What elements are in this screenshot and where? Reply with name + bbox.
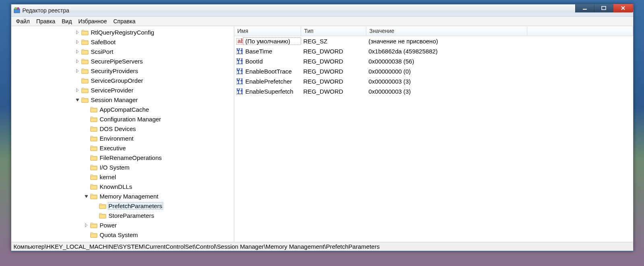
tree-node-label: RtlQueryRegistryConfig — [90, 29, 155, 36]
expander-closed-icon[interactable] — [75, 68, 80, 74]
folder-icon — [81, 29, 89, 35]
tree-node[interactable]: ScsiPort — [11, 47, 234, 56]
value-data: 0x1b6862da (459825882) — [366, 48, 633, 55]
value-name: EnablePrefetcher — [243, 78, 301, 85]
value-type: REG_DWORD — [301, 68, 366, 75]
titlebar[interactable]: Редактор реестра — [11, 4, 633, 16]
value-data: 0x00000003 (3) — [366, 78, 633, 85]
tree-node-label: SecurePipeServers — [90, 58, 144, 65]
list-body: (По умолчанию)REG_SZ(значение не присвое… — [234, 36, 633, 242]
list-row[interactable]: EnablePrefetcherREG_DWORD0x00000003 (3) — [234, 76, 633, 86]
menu-help[interactable]: Справка — [110, 17, 139, 25]
col-header-name[interactable]: Имя — [234, 27, 301, 36]
tree-node-label: Executive — [99, 145, 127, 151]
tree-node[interactable]: Memory Management — [11, 191, 234, 201]
expander-closed-icon[interactable] — [75, 58, 80, 64]
col-header-spare[interactable] — [527, 27, 633, 36]
svg-rect-4 — [602, 6, 606, 10]
value-name: EnableSuperfetch — [243, 88, 301, 95]
list-row[interactable]: (По умолчанию)REG_SZ(значение не присвое… — [234, 36, 633, 46]
folder-icon — [90, 231, 97, 238]
tree-node[interactable]: SecurityProviders — [11, 66, 234, 76]
tree-node[interactable]: ServiceProvider — [11, 85, 234, 95]
menu-view[interactable]: Вид — [58, 17, 75, 25]
tree-node[interactable]: Executive — [11, 143, 234, 153]
col-header-type[interactable]: Тип — [301, 27, 366, 36]
tree-node[interactable]: StoreParameters — [11, 211, 234, 220]
expander-none — [93, 213, 98, 218]
value-data: 0x00000000 (0) — [366, 68, 633, 75]
tree-node[interactable]: SecurePipeServers — [11, 56, 234, 66]
tree-node-label: DOS Devices — [99, 125, 137, 132]
close-button[interactable] — [613, 4, 633, 12]
regedit-icon — [14, 7, 20, 14]
tree-node[interactable]: FileRenameOperations — [11, 153, 234, 162]
menu-edit[interactable]: Правка — [33, 17, 58, 25]
expander-none — [84, 126, 89, 131]
tree-node[interactable]: KnownDLLs — [11, 182, 234, 191]
folder-icon — [81, 58, 89, 64]
tree-node-label: SecurityProviders — [90, 68, 139, 74]
tree-node[interactable]: I/O System — [11, 162, 234, 172]
tree-node[interactable]: AppCompatCache — [11, 104, 234, 114]
list-header: Имя Тип Значение — [234, 27, 633, 36]
folder-icon — [90, 222, 97, 228]
value-name: BootId — [243, 58, 301, 65]
regedit-window: Редактор реестра Файл Правка Вид Избранн… — [11, 4, 634, 251]
menu-favorites[interactable]: Избранное — [75, 17, 110, 25]
value-type: REG_DWORD — [301, 48, 366, 55]
tree-node[interactable]: Configuration Manager — [11, 114, 234, 124]
tree-node[interactable]: kernel — [11, 172, 234, 182]
tree-node-label: PrefetchParameters — [108, 202, 163, 210]
tree-node[interactable]: Power — [11, 220, 234, 230]
minimize-button[interactable] — [575, 4, 594, 12]
svg-rect-3 — [583, 9, 587, 10]
expander-closed-icon[interactable] — [75, 29, 80, 35]
folder-icon — [90, 193, 97, 199]
expander-open-icon[interactable] — [75, 97, 80, 102]
tree-node[interactable]: ServiceGroupOrder — [11, 76, 234, 85]
expander-none — [84, 155, 89, 160]
registry-tree[interactable]: RtlQueryRegistryConfigSafeBootScsiPortSe… — [11, 27, 234, 242]
expander-none — [84, 145, 89, 151]
folder-icon — [81, 87, 89, 93]
tree-node-label: Session Manager — [90, 96, 139, 103]
expander-open-icon[interactable] — [84, 193, 89, 199]
tree-node[interactable]: RtlQueryRegistryConfig — [11, 27, 234, 37]
expander-closed-icon[interactable] — [75, 39, 80, 45]
list-row[interactable]: EnableBootTraceREG_DWORD0x00000000 (0) — [234, 66, 633, 76]
tree-node[interactable]: PrefetchParameters — [11, 201, 234, 211]
menu-file[interactable]: Файл — [13, 17, 33, 25]
reg-dword-icon — [234, 68, 243, 75]
expander-closed-icon[interactable] — [75, 87, 80, 93]
list-row[interactable]: BootIdREG_DWORD0x00000038 (56) — [234, 56, 633, 66]
value-list[interactable]: Имя Тип Значение (По умолчанию)REG_SZ(зн… — [234, 27, 633, 242]
tree-node-label: Memory Management — [99, 193, 159, 200]
maximize-button[interactable] — [594, 4, 613, 12]
list-row[interactable]: EnableSuperfetchREG_DWORD0x00000003 (3) — [234, 86, 633, 96]
folder-icon — [90, 183, 97, 190]
value-name: (По умолчанию) — [243, 37, 301, 45]
tree-node[interactable]: Quota System — [11, 230, 234, 239]
list-row[interactable]: BaseTimeREG_DWORD0x1b6862da (459825882) — [234, 46, 633, 56]
reg-dword-icon — [234, 48, 243, 55]
tree-node[interactable]: Environment — [11, 133, 234, 143]
folder-icon — [81, 77, 89, 84]
value-data: (значение не присвоено) — [366, 38, 633, 45]
expander-closed-icon[interactable] — [84, 222, 89, 228]
folder-icon — [90, 164, 97, 170]
value-type: REG_SZ — [301, 38, 366, 45]
folder-icon — [99, 212, 106, 219]
col-header-value[interactable]: Значение — [366, 27, 527, 36]
tree-node[interactable]: SafeBoot — [11, 37, 234, 47]
tree-node-label: I/O System — [99, 164, 130, 171]
expander-closed-icon[interactable] — [75, 49, 80, 54]
value-name: BaseTime — [243, 48, 301, 55]
tree-node[interactable]: DOS Devices — [11, 124, 234, 133]
reg-string-icon — [234, 38, 243, 45]
folder-icon — [81, 39, 89, 45]
tree-node-label: ServiceGroupOrder — [90, 77, 144, 84]
folder-icon — [81, 48, 89, 55]
tree-node[interactable]: Session Manager — [11, 95, 234, 104]
tree-node-label: Configuration Manager — [99, 116, 162, 123]
